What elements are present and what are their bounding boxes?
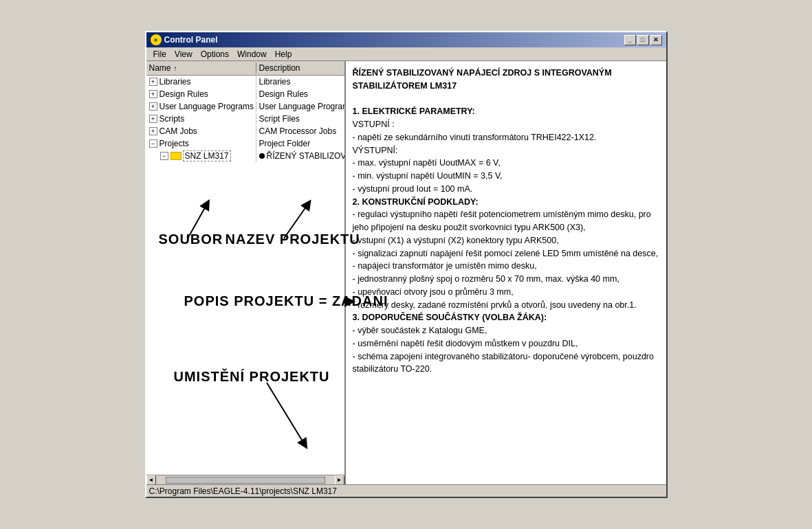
expand-button[interactable]: + <box>149 115 157 123</box>
menu-file[interactable]: File <box>149 49 171 60</box>
tree-cell-desc: Project Folder <box>256 138 344 149</box>
list-item[interactable]: + User Language Programs User Language P… <box>146 100 344 113</box>
list-item[interactable]: − Projects Project Folder <box>146 137 344 150</box>
expand-button[interactable]: + <box>149 78 157 86</box>
scroll-left-button[interactable]: ◄ <box>146 475 156 485</box>
tree-cell-desc: Script Files <box>256 113 344 124</box>
section-2: 2. KONSTRUKČNÍ PODKLADY: - regulaci výst… <box>353 196 659 312</box>
tree-cell-desc: User Language Programs <box>256 101 344 112</box>
expand-button[interactable]: + <box>149 102 157 111</box>
bullet-icon <box>259 153 265 159</box>
tree-cell-desc: ŘÍZENÝ STABILIZOVANÝ N... <box>256 150 344 161</box>
list-item[interactable]: + Libraries Libraries <box>146 76 344 88</box>
tree-cell-name: + Design Rules <box>146 89 256 100</box>
list-item[interactable]: + Design Rules Design Rules <box>146 88 344 100</box>
section-3: 3. DOPORUČENÉ SOUČÁSTKY (VOLBA ŽÁKA): - … <box>353 311 659 376</box>
main-window: ☀ Control Panel _ □ ✕ File View Options … <box>145 31 668 498</box>
list-item[interactable]: + CAM Jobs CAM Processor Jobs <box>146 125 344 137</box>
title-bar: ☀ Control Panel _ □ ✕ <box>146 32 666 47</box>
scroll-track[interactable] <box>166 477 325 484</box>
tree-cell-name: + Scripts <box>146 113 256 124</box>
list-item[interactable]: − SNZ LM317 ŘÍZENÝ STABILIZOVANÝ N... <box>146 150 344 162</box>
minimize-button[interactable]: _ <box>624 35 636 45</box>
menu-options[interactable]: Options <box>197 49 233 60</box>
tree-header: Name ↑ Description <box>146 61 344 76</box>
expand-button[interactable]: − <box>149 139 157 148</box>
menu-bar: File View Options Window Help <box>146 47 666 61</box>
expand-button[interactable]: + <box>149 127 157 135</box>
column-name: Name ↑ <box>146 63 256 74</box>
column-description: Description <box>256 63 344 74</box>
close-button[interactable]: ✕ <box>650 35 662 45</box>
menu-window[interactable]: Window <box>233 49 271 60</box>
sort-arrow[interactable]: ↑ <box>174 65 177 72</box>
project-name: SNZ LM317 <box>183 150 231 161</box>
tree-cell-desc: CAM Processor Jobs <box>256 126 344 137</box>
status-bar: C:\Program Files\EAGLE-4.11\projects\SNZ… <box>146 484 666 497</box>
title-bar-left: ☀ Control Panel <box>151 34 218 45</box>
tree-body[interactable]: + Libraries Libraries + Design Rules Des… <box>146 76 344 475</box>
window-title: Control Panel <box>164 35 218 45</box>
scroll-right-button[interactable]: ► <box>335 475 344 485</box>
menu-view[interactable]: View <box>171 49 197 60</box>
tree-cell-name: − Projects <box>146 138 256 149</box>
tree-cell-desc: Design Rules <box>256 89 344 100</box>
maximize-button[interactable]: □ <box>637 35 649 45</box>
status-path: C:\Program Files\EAGLE-4.11\projects\SNZ… <box>149 486 337 496</box>
window-controls: _ □ ✕ <box>624 35 662 45</box>
left-panel: Name ↑ Description + Libraries Libraries <box>146 61 346 484</box>
menu-help[interactable]: Help <box>271 49 296 60</box>
expand-button[interactable]: − <box>160 152 168 160</box>
main-content: Name ↑ Description + Libraries Libraries <box>146 61 666 484</box>
tree-cell-name: + Libraries <box>146 76 256 87</box>
tree-cell-name: − SNZ LM317 <box>146 150 256 162</box>
section-1: 1. ELEKTRICKÉ PARAMETRY: VSTUPNÍ : - nap… <box>353 105 659 195</box>
project-description: ŘÍZENÝ STABILIZOVANÝ NAPÁJECÍ ZDROJ S IN… <box>353 67 659 93</box>
tree-cell-name: + CAM Jobs <box>146 126 256 137</box>
folder-icon <box>171 152 182 160</box>
right-panel: ŘÍZENÝ STABILIZOVANÝ NAPÁJECÍ ZDROJ S IN… <box>346 61 666 484</box>
tree-cell-name: + User Language Programs <box>146 101 256 112</box>
horizontal-scrollbar[interactable]: ◄ ► <box>146 475 344 484</box>
list-item[interactable]: + Scripts Script Files <box>146 113 344 125</box>
expand-button[interactable]: + <box>149 90 157 98</box>
tree-cell-desc: Libraries <box>256 76 344 87</box>
app-icon: ☀ <box>151 34 162 45</box>
